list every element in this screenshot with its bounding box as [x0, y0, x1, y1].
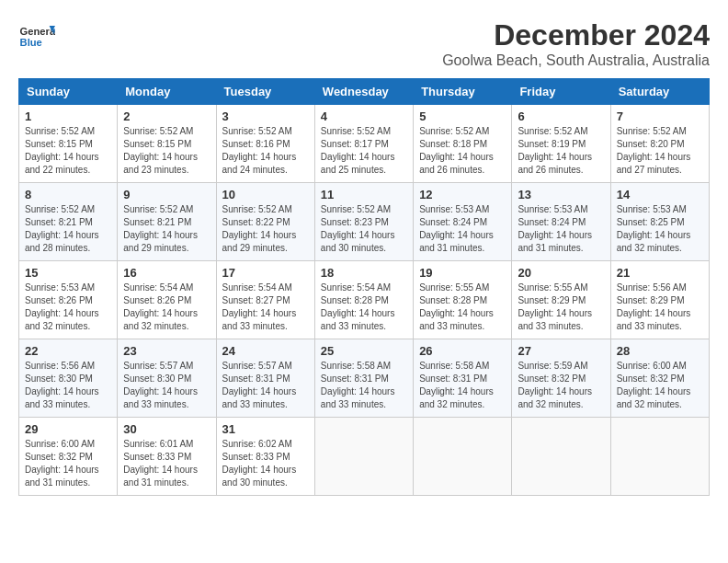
calendar-header-monday: Monday — [118, 79, 216, 105]
day-info: Sunrise: 5:52 AM Sunset: 8:21 PM Dayligh… — [25, 203, 111, 255]
day-info: Sunrise: 5:57 AM Sunset: 8:30 PM Dayligh… — [123, 360, 210, 411]
day-info: Sunrise: 5:55 AM Sunset: 8:28 PM Dayligh… — [419, 282, 506, 333]
day-number: 19 — [419, 266, 506, 280]
table-row: 25Sunrise: 5:58 AM Sunset: 8:31 PM Dayli… — [314, 339, 413, 418]
day-number: 22 — [25, 344, 111, 358]
calendar-header-tuesday: Tuesday — [216, 79, 314, 105]
day-number: 11 — [321, 188, 407, 201]
calendar-week-1: 1Sunrise: 5:52 AM Sunset: 8:15 PM Daylig… — [19, 105, 710, 183]
day-info: Sunrise: 6:02 AM Sunset: 8:33 PM Dayligh… — [222, 438, 309, 489]
table-row — [512, 418, 610, 496]
day-number: 30 — [123, 422, 210, 436]
day-info: Sunrise: 5:56 AM Sunset: 8:29 PM Dayligh… — [617, 282, 703, 333]
calendar-week-4: 22Sunrise: 5:56 AM Sunset: 8:30 PM Dayli… — [19, 339, 710, 418]
table-row: 5Sunrise: 5:52 AM Sunset: 8:18 PM Daylig… — [414, 105, 512, 183]
table-row: 26Sunrise: 5:58 AM Sunset: 8:31 PM Dayli… — [414, 339, 512, 418]
day-number: 7 — [617, 109, 703, 123]
day-number: 20 — [518, 266, 604, 280]
day-number: 15 — [25, 266, 111, 280]
table-row — [610, 418, 709, 496]
table-row: 28Sunrise: 6:00 AM Sunset: 8:32 PM Dayli… — [610, 339, 709, 418]
table-row: 12Sunrise: 5:53 AM Sunset: 8:24 PM Dayli… — [414, 183, 512, 261]
calendar-table: SundayMondayTuesdayWednesdayThursdayFrid… — [18, 78, 710, 496]
table-row: 15Sunrise: 5:53 AM Sunset: 8:26 PM Dayli… — [19, 261, 118, 339]
day-info: Sunrise: 5:54 AM Sunset: 8:27 PM Dayligh… — [222, 282, 309, 333]
table-row: 16Sunrise: 5:54 AM Sunset: 8:26 PM Dayli… — [118, 261, 216, 339]
day-info: Sunrise: 5:54 AM Sunset: 8:28 PM Dayligh… — [321, 282, 407, 333]
day-info: Sunrise: 6:01 AM Sunset: 8:33 PM Dayligh… — [123, 438, 210, 489]
day-number: 5 — [419, 109, 506, 123]
day-info: Sunrise: 5:52 AM Sunset: 8:15 PM Dayligh… — [123, 125, 210, 177]
table-row: 19Sunrise: 5:55 AM Sunset: 8:28 PM Dayli… — [414, 261, 512, 339]
day-number: 8 — [25, 188, 111, 201]
calendar-week-3: 15Sunrise: 5:53 AM Sunset: 8:26 PM Dayli… — [19, 261, 710, 339]
day-number: 21 — [617, 266, 703, 280]
table-row: 13Sunrise: 5:53 AM Sunset: 8:24 PM Dayli… — [512, 183, 610, 261]
day-number: 4 — [321, 109, 407, 123]
day-number: 13 — [518, 188, 604, 201]
table-row: 6Sunrise: 5:52 AM Sunset: 8:19 PM Daylig… — [512, 105, 610, 183]
table-row: 22Sunrise: 5:56 AM Sunset: 8:30 PM Dayli… — [19, 339, 118, 418]
day-number: 9 — [123, 188, 210, 201]
day-info: Sunrise: 5:59 AM Sunset: 8:32 PM Dayligh… — [518, 360, 604, 411]
calendar-header-saturday: Saturday — [610, 79, 709, 105]
calendar-header-thursday: Thursday — [414, 79, 512, 105]
table-row: 4Sunrise: 5:52 AM Sunset: 8:17 PM Daylig… — [314, 105, 413, 183]
day-info: Sunrise: 5:52 AM Sunset: 8:16 PM Dayligh… — [222, 125, 309, 177]
day-info: Sunrise: 5:52 AM Sunset: 8:19 PM Dayligh… — [518, 125, 604, 177]
day-number: 29 — [25, 422, 111, 436]
table-row: 23Sunrise: 5:57 AM Sunset: 8:30 PM Dayli… — [118, 339, 216, 418]
table-row: 10Sunrise: 5:52 AM Sunset: 8:22 PM Dayli… — [216, 183, 314, 261]
day-number: 31 — [222, 422, 309, 436]
day-info: Sunrise: 5:58 AM Sunset: 8:31 PM Dayligh… — [321, 360, 407, 411]
day-number: 25 — [321, 344, 407, 358]
location-title: Goolwa Beach, South Australia, Australia — [442, 52, 710, 69]
day-info: Sunrise: 5:58 AM Sunset: 8:31 PM Dayligh… — [419, 360, 506, 411]
table-row: 8Sunrise: 5:52 AM Sunset: 8:21 PM Daylig… — [19, 183, 118, 261]
page-header: General Blue December 2024 Goolwa Beach,… — [18, 18, 710, 69]
calendar-header-row: SundayMondayTuesdayWednesdayThursdayFrid… — [19, 79, 710, 105]
title-area: December 2024 Goolwa Beach, South Austra… — [442, 18, 710, 69]
day-info: Sunrise: 5:55 AM Sunset: 8:29 PM Dayligh… — [518, 282, 604, 333]
table-row: 24Sunrise: 5:57 AM Sunset: 8:31 PM Dayli… — [216, 339, 314, 418]
day-info: Sunrise: 6:00 AM Sunset: 8:32 PM Dayligh… — [617, 360, 703, 411]
logo: General Blue — [18, 18, 55, 55]
table-row: 14Sunrise: 5:53 AM Sunset: 8:25 PM Dayli… — [610, 183, 709, 261]
day-info: Sunrise: 5:52 AM Sunset: 8:21 PM Dayligh… — [123, 203, 210, 255]
day-info: Sunrise: 5:53 AM Sunset: 8:24 PM Dayligh… — [518, 203, 604, 255]
day-info: Sunrise: 5:54 AM Sunset: 8:26 PM Dayligh… — [123, 282, 210, 333]
day-info: Sunrise: 5:52 AM Sunset: 8:18 PM Dayligh… — [419, 125, 506, 177]
day-info: Sunrise: 5:52 AM Sunset: 8:15 PM Dayligh… — [25, 125, 111, 177]
day-number: 2 — [123, 109, 210, 123]
day-info: Sunrise: 5:53 AM Sunset: 8:25 PM Dayligh… — [617, 203, 703, 255]
table-row: 17Sunrise: 5:54 AM Sunset: 8:27 PM Dayli… — [216, 261, 314, 339]
calendar-header-sunday: Sunday — [19, 79, 118, 105]
month-title: December 2024 — [442, 18, 710, 52]
table-row: 1Sunrise: 5:52 AM Sunset: 8:15 PM Daylig… — [19, 105, 118, 183]
svg-text:General: General — [20, 26, 55, 37]
table-row: 20Sunrise: 5:55 AM Sunset: 8:29 PM Dayli… — [512, 261, 610, 339]
day-number: 10 — [222, 188, 309, 201]
day-info: Sunrise: 5:53 AM Sunset: 8:26 PM Dayligh… — [25, 282, 111, 333]
day-info: Sunrise: 5:53 AM Sunset: 8:24 PM Dayligh… — [419, 203, 506, 255]
day-info: Sunrise: 5:52 AM Sunset: 8:23 PM Dayligh… — [321, 203, 407, 255]
calendar-week-5: 29Sunrise: 6:00 AM Sunset: 8:32 PM Dayli… — [19, 418, 710, 496]
day-number: 27 — [518, 344, 604, 358]
table-row: 3Sunrise: 5:52 AM Sunset: 8:16 PM Daylig… — [216, 105, 314, 183]
day-info: Sunrise: 5:52 AM Sunset: 8:17 PM Dayligh… — [321, 125, 407, 177]
table-row — [314, 418, 413, 496]
table-row: 18Sunrise: 5:54 AM Sunset: 8:28 PM Dayli… — [314, 261, 413, 339]
day-info: Sunrise: 5:57 AM Sunset: 8:31 PM Dayligh… — [222, 360, 309, 411]
day-info: Sunrise: 5:56 AM Sunset: 8:30 PM Dayligh… — [25, 360, 111, 411]
day-number: 23 — [123, 344, 210, 358]
logo-icon: General Blue — [18, 18, 55, 55]
calendar-header-wednesday: Wednesday — [314, 79, 413, 105]
day-number: 3 — [222, 109, 309, 123]
day-number: 12 — [419, 188, 506, 201]
table-row: 29Sunrise: 6:00 AM Sunset: 8:32 PM Dayli… — [19, 418, 118, 496]
day-number: 1 — [25, 109, 111, 123]
calendar-body: 1Sunrise: 5:52 AM Sunset: 8:15 PM Daylig… — [19, 105, 710, 496]
day-number: 16 — [123, 266, 210, 280]
svg-text:Blue: Blue — [20, 37, 42, 48]
table-row: 31Sunrise: 6:02 AM Sunset: 8:33 PM Dayli… — [216, 418, 314, 496]
